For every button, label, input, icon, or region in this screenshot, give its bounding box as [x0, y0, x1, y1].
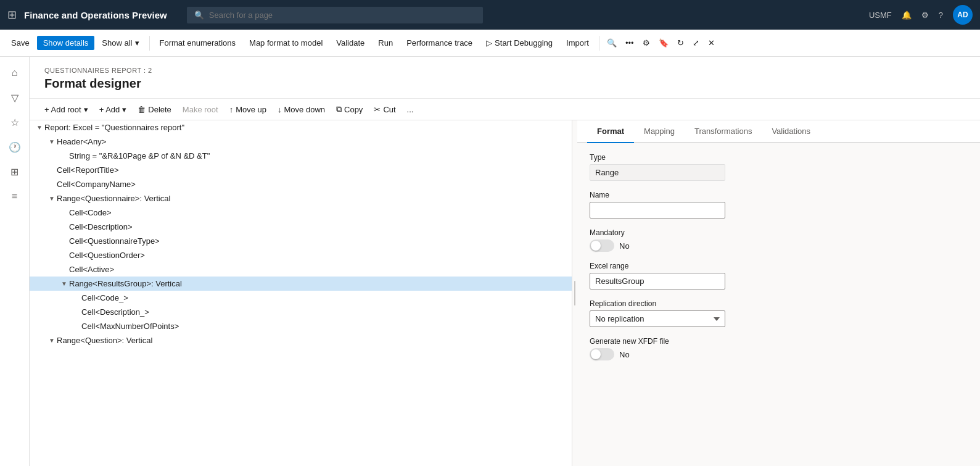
tree-node[interactable]: Cell<CompanyName> — [30, 177, 572, 191]
cut-button[interactable]: ✂ Cut — [369, 102, 400, 117]
mandatory-toggle[interactable] — [590, 239, 614, 252]
sidebar-favorites-icon[interactable]: ☆ — [4, 111, 26, 133]
tree-node[interactable]: Cell<MaxNumberOfPoints> — [30, 319, 572, 333]
properties-content: Type Range Name Mandatory No — [577, 143, 980, 380]
tree-indent — [30, 165, 47, 175]
tab-validations[interactable]: Validations — [762, 120, 820, 143]
tree-node[interactable]: Cell<QuestionnaireType> — [30, 234, 572, 248]
run-button[interactable]: Run — [372, 36, 399, 50]
left-sidebar: ⌂ ▽ ☆ 🕐 ⊞ ≡ — [0, 57, 30, 466]
start-debugging-button[interactable]: ▷ Start Debugging — [480, 36, 559, 50]
resize-handle[interactable] — [572, 120, 577, 466]
tree-node[interactable]: ▼Range<ResultsGroup>: Vertical — [30, 277, 572, 291]
app-grid-icon[interactable]: ⊞ — [7, 8, 17, 22]
tree-node[interactable]: ▼Range<Questionnaire>: Vertical — [30, 191, 572, 206]
search-icon: 🔍 — [194, 10, 204, 20]
tree-indent — [30, 265, 59, 274]
user-avatar[interactable]: AD — [953, 5, 973, 25]
save-button[interactable]: Save — [5, 36, 36, 50]
tree-node[interactable]: Cell<Description_> — [30, 305, 572, 319]
settings-cmd-icon[interactable]: ⚙ — [639, 36, 654, 50]
tree-node[interactable]: Cell<Active> — [30, 262, 572, 277]
delete-button[interactable]: 🗑 Delete — [133, 102, 176, 117]
tree-node-text: Cell<CompanyName> — [57, 180, 567, 189]
tree-node[interactable]: Cell<Code> — [30, 206, 572, 220]
add-button[interactable]: + Add ▾ — [94, 102, 132, 117]
validate-button[interactable]: Validate — [330, 36, 371, 50]
tab-transformations[interactable]: Transformations — [685, 120, 762, 143]
tree-node[interactable]: Cell<Code_> — [30, 291, 572, 305]
sidebar-home-icon[interactable]: ⌂ — [4, 62, 26, 84]
tree-indent — [30, 322, 72, 331]
name-field: Name — [590, 191, 968, 218]
search-bar[interactable]: 🔍 — [187, 7, 483, 23]
tree-node[interactable]: Cell<QuestionOrder> — [30, 248, 572, 262]
name-input[interactable] — [590, 202, 725, 218]
generate-xfdf-toggle-row: No — [590, 348, 968, 360]
add-root-button[interactable]: + Add root ▾ — [39, 102, 93, 117]
generate-xfdf-label: Generate new XFDF file — [590, 337, 968, 346]
tree-indent — [30, 194, 47, 203]
replication-direction-select[interactable]: No replicationVerticalHorizontal — [590, 310, 725, 327]
make-root-button[interactable]: Make root — [178, 102, 223, 117]
show-details-button[interactable]: Show details — [37, 36, 95, 50]
tab-mapping[interactable]: Mapping — [634, 120, 685, 143]
sidebar-filter-icon[interactable]: ▽ — [4, 86, 26, 109]
add-root-label: + Add root — [44, 105, 81, 114]
sidebar-grid-icon[interactable]: ⊞ — [4, 160, 26, 183]
tree-node-text: Report: Excel = "Questionnaires report" — [44, 123, 567, 132]
search-cmd-icon[interactable]: 🔍 — [603, 36, 620, 50]
generate-xfdf-toggle[interactable] — [590, 348, 614, 360]
tree-node[interactable]: String = "&R&10Page &P of &N &D &T" — [30, 149, 572, 163]
close-icon[interactable]: ✕ — [704, 36, 719, 50]
content-area: QUESTIONNAIRES REPORT : 2 Format designe… — [30, 57, 980, 466]
move-down-button[interactable]: ↓ Move down — [273, 102, 330, 117]
tree-node[interactable]: Cell<Description> — [30, 220, 572, 234]
separator-1 — [149, 36, 150, 51]
bookmark-icon[interactable]: 🔖 — [655, 36, 672, 50]
show-all-button[interactable]: Show all ▾ — [96, 36, 145, 50]
tree-panel[interactable]: ▼Report: Excel = "Questionnaires report"… — [30, 120, 572, 466]
tree-node[interactable]: ▼Range<Question>: Vertical — [30, 333, 572, 347]
search-input[interactable] — [209, 10, 476, 20]
page-header: QUESTIONNAIRES REPORT : 2 Format designe… — [30, 57, 980, 99]
chevron-down-icon: ▾ — [135, 38, 139, 48]
add-label: + Add — [99, 105, 120, 114]
tree-indent — [30, 137, 47, 146]
tree-indent — [30, 180, 47, 189]
top-navigation: ⊞ Finance and Operations Preview 🔍 USMF … — [0, 0, 980, 30]
tab-bar: FormatMappingTransformationsValidations — [577, 120, 980, 143]
add-chevron: ▾ — [122, 105, 126, 114]
sidebar-list-icon[interactable]: ≡ — [4, 185, 26, 207]
help-icon[interactable]: ? — [939, 10, 943, 20]
copy-button[interactable]: ⧉ Copy — [331, 101, 368, 117]
sidebar-recent-icon[interactable]: 🕐 — [4, 136, 26, 158]
settings-icon[interactable]: ⚙ — [921, 10, 929, 20]
move-down-icon: ↓ — [278, 105, 282, 114]
tree-node[interactable]: ▼Report: Excel = "Questionnaires report" — [30, 120, 572, 135]
tree-node[interactable]: ▼Header<Any> — [30, 135, 572, 149]
tab-format[interactable]: Format — [587, 120, 634, 143]
import-button[interactable]: Import — [560, 36, 595, 50]
tree-node-text: Range<Questionnaire>: Vertical — [57, 194, 567, 203]
more-toolbar-button[interactable]: ... — [402, 102, 419, 117]
add-root-chevron: ▾ — [84, 105, 88, 114]
move-up-button[interactable]: ↑ Move up — [224, 102, 271, 117]
excel-range-input[interactable] — [590, 273, 725, 289]
open-new-icon[interactable]: ⤢ — [689, 36, 703, 50]
notification-icon[interactable]: 🔔 — [902, 10, 912, 20]
performance-trace-button[interactable]: Performance trace — [400, 36, 479, 50]
tree-indent — [30, 279, 59, 288]
tree-node-text: Cell<QuestionnaireType> — [69, 236, 567, 246]
format-enumerations-button[interactable]: Format enumerations — [154, 36, 242, 50]
tree-node-text: String = "&R&10Page &P of &N &D &T" — [69, 151, 567, 160]
tree-indent — [30, 336, 47, 345]
main-container: ⌂ ▽ ☆ 🕐 ⊞ ≡ QUESTIONNAIRES REPORT : 2 Fo… — [0, 57, 980, 466]
tree-node[interactable]: Cell<ReportTitle> — [30, 163, 572, 177]
tree-node-text: Cell<Code> — [69, 208, 567, 217]
tree-node-text: Cell<Code_> — [81, 293, 567, 302]
more-options-icon[interactable]: ••• — [622, 36, 638, 50]
refresh-icon[interactable]: ↻ — [673, 36, 688, 50]
mandatory-label: Mandatory — [590, 228, 968, 237]
map-format-button[interactable]: Map format to model — [243, 36, 329, 50]
